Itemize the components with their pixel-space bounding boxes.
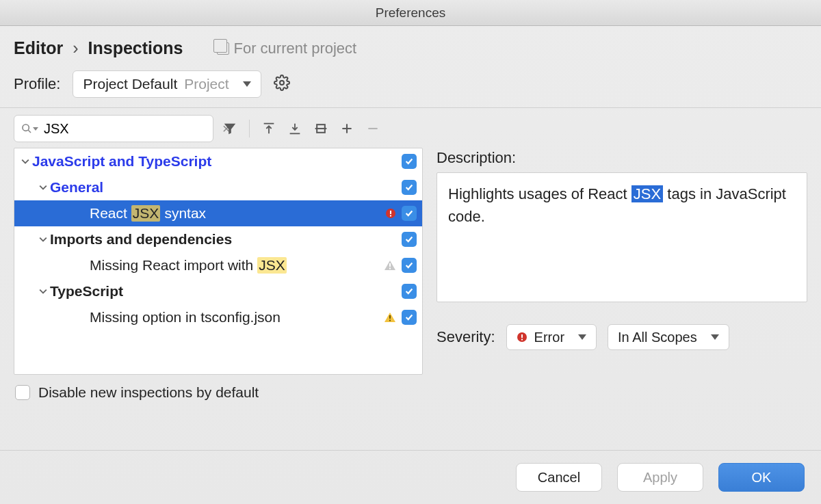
toolbar: × [0,108,821,142]
toolbar-divider [249,120,250,137]
checkbox[interactable] [402,310,417,325]
chevron-down-icon [39,183,50,191]
svg-line-2 [28,130,31,133]
tree-group-label: Imports and dependencies [50,231,396,248]
svg-rect-19 [389,315,391,319]
error-icon [517,332,527,343]
severity-label: Severity: [436,328,495,346]
cancel-button[interactable]: Cancel [516,463,602,492]
chevron-down-icon [711,334,719,340]
tree-group-label: General [50,179,396,196]
svg-rect-16 [389,263,391,267]
severity-value: Error [534,330,564,345]
checkbox[interactable] [402,232,417,247]
tree-group-general[interactable]: General [14,174,422,200]
search-input[interactable] [44,121,217,137]
warning-icon [384,311,396,323]
severity-row: Severity: Error In All Scopes [436,324,807,350]
svg-point-1 [23,124,29,131]
checkbox[interactable] [402,206,417,221]
gear-icon[interactable] [274,75,290,94]
profile-combo[interactable]: Project Default Project [73,70,261,98]
add-icon[interactable] [337,119,356,138]
tree-item-label: Missing option in tsconfig.json [90,309,384,326]
chevron-down-icon [21,157,32,165]
severity-combo[interactable]: Error [506,324,597,350]
chevron-down-icon [578,334,586,340]
expand-all-icon[interactable] [259,119,278,138]
warning-icon [384,259,396,271]
svg-rect-22 [521,334,523,338]
description-label: Description: [436,149,807,167]
reset-icon[interactable] [311,119,330,138]
tree-group-label: TypeScript [50,283,396,300]
disable-new-inspections-row[interactable]: Disable new inspections by default [14,375,423,410]
scope-combo[interactable]: In All Scopes [608,324,729,350]
description-box: Highlights usages of React JSX tags in J… [436,172,807,302]
scope-label: For current project [233,40,356,57]
breadcrumb-separator: › [73,38,78,58]
preferences-window: Preferences Editor › Inspections For cur… [0,0,821,504]
inspections-tree[interactable]: JavaScript and TypeScript General React … [14,148,423,375]
chevron-down-icon [243,81,251,87]
chevron-down-icon [39,235,50,243]
tree-root[interactable]: JavaScript and TypeScript [14,148,422,174]
svg-rect-14 [390,215,391,217]
apply-button[interactable]: Apply [617,463,703,492]
tree-item-missing-tsconfig[interactable]: Missing option in tsconfig.json [14,304,422,330]
ok-button[interactable]: OK [718,463,805,492]
scope-value: In All Scopes [618,330,697,345]
breadcrumb-editor[interactable]: Editor [14,38,63,58]
footer: Cancel Apply OK [0,450,821,504]
breadcrumb: Editor › Inspections [14,38,183,58]
body: JavaScript and TypeScript General React … [0,142,821,450]
profile-label: Profile: [14,75,60,93]
svg-rect-20 [389,320,391,321]
remove-icon[interactable] [363,119,382,138]
chevron-down-icon [39,287,50,295]
header: Editor › Inspections For current project [0,26,821,65]
svg-rect-13 [390,211,391,214]
tree-group-typescript[interactable]: TypeScript [14,278,422,304]
disable-label: Disable new inspections by default [38,384,259,401]
breadcrumb-inspections: Inspections [88,38,183,58]
search-icon [21,123,38,134]
checkbox[interactable] [402,258,417,273]
scope-indicator: For current project [217,40,356,57]
highlighted-term: JSX [631,185,663,202]
left-pane: JavaScript and TypeScript General React … [14,148,423,450]
tree-item-missing-react-import[interactable]: Missing React import with JSX [14,252,422,278]
profile-value: Project Default [83,76,177,92]
checkbox-unchecked[interactable] [15,385,30,400]
error-icon [385,208,396,219]
svg-rect-23 [521,339,523,341]
tree-root-label: JavaScript and TypeScript [32,153,396,170]
project-scope-icon [217,42,229,55]
checkbox[interactable] [402,284,417,299]
window-title: Preferences [0,0,821,26]
profile-row: Profile: Project Default Project [0,65,821,108]
tree-group-imports[interactable]: Imports and dependencies [14,226,422,252]
tree-item-label: Missing React import with JSX [90,257,384,274]
svg-rect-17 [389,268,391,269]
right-pane: Description: Highlights usages of React … [436,148,807,450]
collapse-all-icon[interactable] [285,119,304,138]
checkbox[interactable] [402,180,417,195]
filter-icon[interactable] [220,119,239,138]
svg-point-0 [280,81,284,85]
search-field[interactable]: × [14,115,213,142]
checkbox[interactable] [402,154,417,169]
tree-item-react-jsx-syntax[interactable]: React JSX syntax [14,200,422,226]
profile-secondary: Project [184,76,229,92]
tree-item-label: React JSX syntax [90,205,385,222]
